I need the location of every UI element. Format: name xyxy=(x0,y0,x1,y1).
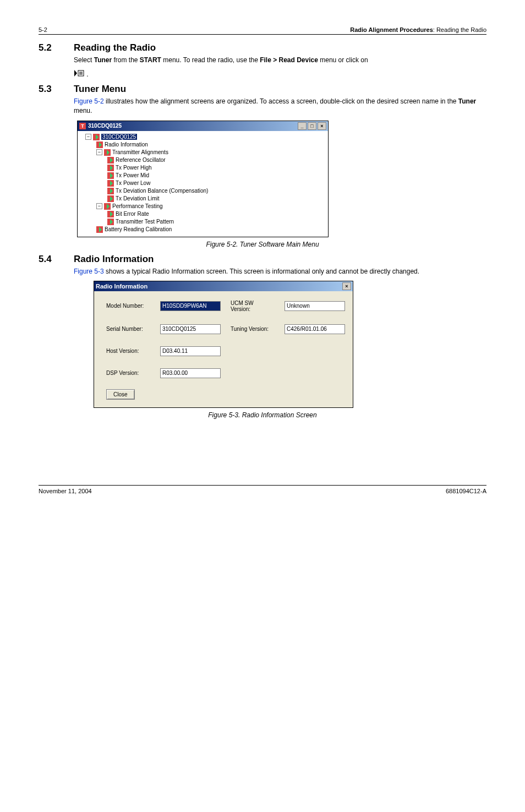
tree-node-batt[interactable]: Battery Reading Calibration xyxy=(80,226,326,233)
value-host-version[interactable]: D03.40.11 xyxy=(160,346,221,356)
section-5-2-body: Select Tuner from the START menu. To rea… xyxy=(74,56,486,80)
close-button[interactable]: Close xyxy=(106,389,135,400)
tree-node-radio-info[interactable]: Radio Information xyxy=(80,141,326,149)
collapse-icon[interactable]: − xyxy=(96,203,102,209)
section-5-4: 5.4 Radio Information xyxy=(39,254,486,265)
tree-node-perf[interactable]: − Performance Testing xyxy=(80,203,326,210)
tree-node-tx-high[interactable]: Tx Power High xyxy=(80,164,326,172)
section-5-3: 5.3 Tuner Menu xyxy=(39,84,486,95)
dialog-titlebar[interactable]: Radio Information × xyxy=(94,281,353,291)
section-5-4-body: Figure 5-3 shows a typical Radio Informa… xyxy=(74,267,486,276)
tuner-tree-window: T 310CDQ0125 _ □ × − 310CDQ0125 Radio In… xyxy=(77,121,329,237)
tree-view: − 310CDQ0125 Radio Information − Transmi… xyxy=(78,131,328,237)
tree-node-tx-dev-lim[interactable]: Tx Deviation Limit xyxy=(80,195,326,203)
node-icon xyxy=(96,226,103,233)
node-icon xyxy=(107,172,114,179)
tree-node-ber[interactable]: Bit Error Rate xyxy=(80,210,326,218)
section-title: Tuner Menu xyxy=(74,84,126,95)
svg-marker-0 xyxy=(74,70,77,77)
footer-date: November 11, 2004 xyxy=(39,488,92,494)
paragraph: Figure 5-2 illustrates how the alignment… xyxy=(74,97,486,116)
label-tuning-version: Tuning Version: xyxy=(231,326,275,332)
section-title: Reading the Radio xyxy=(74,42,156,53)
collapse-icon[interactable]: − xyxy=(85,134,91,140)
dialog-title: Radio Information xyxy=(96,283,147,290)
figure-5-2-caption: Figure 5-2. Tuner Software Main Menu xyxy=(39,241,486,248)
node-icon xyxy=(96,141,103,148)
tree-node-ref-osc[interactable]: Reference Oscillator xyxy=(80,156,326,164)
figure-5-3-caption: Figure 5-3. Radio Information Screen xyxy=(39,411,486,419)
value-model-number[interactable]: H10SDD9PW6AN xyxy=(160,301,221,311)
section-number: 5.3 xyxy=(39,84,74,95)
label-ucm-version: UCM SW Version: xyxy=(231,300,275,312)
label-dsp-version: DSP Version: xyxy=(106,370,150,376)
tree-node-tx-mid[interactable]: Tx Power Mid xyxy=(80,172,326,179)
section-title: Radio Information xyxy=(74,254,154,265)
node-icon xyxy=(104,203,111,210)
paragraph: Select Tuner from the START menu. To rea… xyxy=(74,56,486,65)
tree-node-tx-low[interactable]: Tx Power Low xyxy=(80,179,326,187)
value-ucm-version[interactable]: Unknown xyxy=(285,301,345,311)
close-button[interactable]: × xyxy=(318,122,326,130)
node-icon xyxy=(93,134,100,140)
label-host-version: Host Version: xyxy=(106,348,150,354)
node-icon xyxy=(107,157,114,164)
tree-node-tx-test[interactable]: Transmitter Test Pattern xyxy=(80,218,326,226)
node-icon xyxy=(107,165,114,171)
value-tuning-version[interactable]: C426/R01.01.06 xyxy=(285,324,345,334)
app-icon: T xyxy=(79,123,86,129)
section-5-3-body: Figure 5-2 illustrates how the alignment… xyxy=(74,97,486,116)
read-device-icon xyxy=(74,69,85,80)
maximize-button[interactable]: □ xyxy=(308,122,316,130)
dialog-body: Model Number: H10SDD9PW6AN UCM SW Versio… xyxy=(94,291,353,407)
tree-node-tx-align[interactable]: − Transmitter Alignments xyxy=(80,149,326,156)
figure-link[interactable]: Figure 5-3 xyxy=(74,268,104,275)
close-button[interactable]: × xyxy=(342,282,351,290)
node-icon xyxy=(107,188,114,194)
label-serial-number: Serial Number: xyxy=(106,326,150,332)
page-footer: November 11, 2004 6881094C12-A xyxy=(39,485,486,494)
page-header: 5-2 Radio Alignment Procedures: Reading … xyxy=(39,26,486,35)
tree-root[interactable]: − 310CDQ0125 xyxy=(80,133,326,141)
node-icon xyxy=(107,180,114,187)
section-number: 5.2 xyxy=(39,42,74,53)
figure-link[interactable]: Figure 5-2 xyxy=(74,97,104,105)
radio-information-dialog: Radio Information × Model Number: H10SDD… xyxy=(94,281,353,408)
minimize-button[interactable]: _ xyxy=(298,122,307,130)
paragraph: Figure 5-3 shows a typical Radio Informa… xyxy=(74,267,486,276)
section-5-2: 5.2 Reading the Radio xyxy=(39,42,486,53)
collapse-icon[interactable]: − xyxy=(96,149,102,155)
window-titlebar[interactable]: T 310CDQ0125 _ □ × xyxy=(78,121,328,131)
value-serial-number[interactable]: 310CDQ0125 xyxy=(160,324,221,334)
footer-doc-id: 6881094C12-A xyxy=(446,488,486,494)
tree-node-tx-dev-bal[interactable]: Tx Deviation Balance (Compensation) xyxy=(80,187,326,195)
node-icon xyxy=(107,219,114,225)
node-icon xyxy=(104,149,111,156)
value-dsp-version[interactable]: R03.00.00 xyxy=(160,368,221,378)
label-model-number: Model Number: xyxy=(106,303,150,309)
header-title: Radio Alignment Procedures: Reading the … xyxy=(350,26,486,33)
node-icon xyxy=(107,195,114,202)
node-icon xyxy=(107,211,114,217)
section-number: 5.4 xyxy=(39,254,74,265)
page-number: 5-2 xyxy=(39,26,47,33)
window-title: 310CDQ0125 xyxy=(88,123,122,129)
